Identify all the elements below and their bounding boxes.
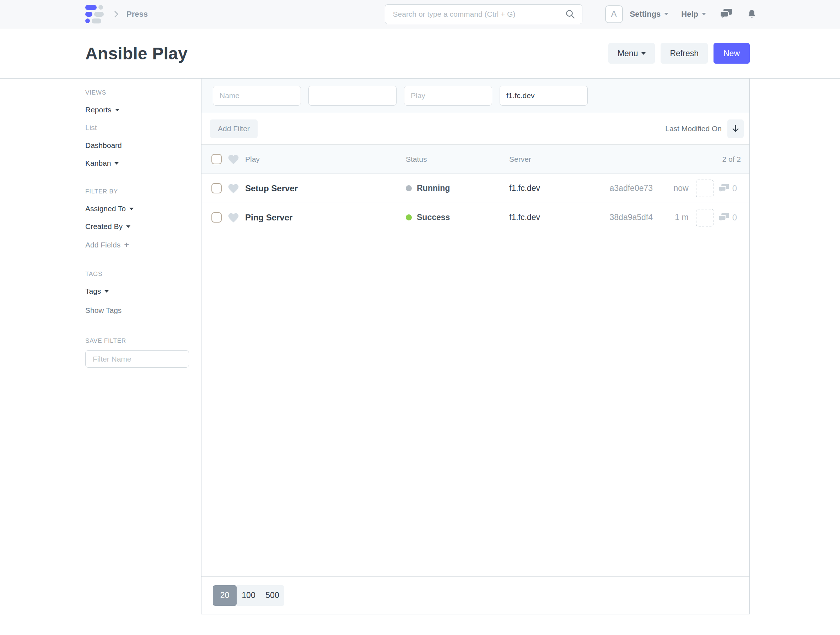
heart-icon[interactable] xyxy=(227,183,240,194)
page-title: Ansible Play xyxy=(85,44,188,63)
result-count: 2 of 2 xyxy=(722,155,741,163)
page-size-100[interactable]: 100 xyxy=(237,585,261,606)
sidebar-item-kanban[interactable]: Kanban xyxy=(85,159,186,168)
sidebar-item-assigned-to[interactable]: Assigned To xyxy=(85,204,186,213)
filter-input-play[interactable] xyxy=(404,86,492,106)
page-size-group: 20 100 500 xyxy=(213,585,284,606)
row-status: Running xyxy=(406,184,509,193)
chevron-down-icon xyxy=(641,52,646,55)
plus-icon: + xyxy=(124,240,129,250)
list-header-row: Play Status Server 2 of 2 xyxy=(202,145,749,174)
filter-name-input[interactable] xyxy=(85,350,189,367)
sort-controls: Last Modified On xyxy=(665,119,744,138)
sidebar-item-dashboard[interactable]: Dashboard xyxy=(85,141,186,150)
sidebar-item-add-fields[interactable]: Add Fields + xyxy=(85,240,186,250)
sidebar-item-reports[interactable]: Reports xyxy=(85,106,186,114)
assigned-to-label: Assigned To xyxy=(85,204,126,213)
list-empty-area xyxy=(202,232,749,576)
sidebar-item-list[interactable]: List xyxy=(85,124,186,132)
add-filter-button[interactable]: Add Filter xyxy=(210,119,257,138)
global-search[interactable] xyxy=(385,4,583,24)
assign-placeholder[interactable] xyxy=(696,209,714,226)
avatar[interactable]: A xyxy=(605,5,623,23)
list-label: List xyxy=(85,124,97,132)
chevron-down-icon xyxy=(126,225,130,228)
refresh-button[interactable]: Refresh xyxy=(660,43,708,63)
status-dot-icon xyxy=(406,214,412,220)
chevron-down-icon xyxy=(129,207,134,210)
status-label: Success xyxy=(417,212,450,222)
assign-placeholder[interactable] xyxy=(696,179,714,197)
chevron-down-icon xyxy=(115,109,119,111)
comment-count[interactable]: 0 xyxy=(718,184,741,193)
row-title[interactable]: Ping Server xyxy=(245,212,406,223)
show-tags-label: Show Tags xyxy=(85,306,122,315)
dashboard-label: Dashboard xyxy=(85,141,122,150)
status-dot-icon xyxy=(406,185,412,191)
row-modified-time: now xyxy=(669,184,688,193)
list-sidebar: VIEWS Reports List Dashboard Kanban FILT… xyxy=(85,79,186,371)
filter-input-name[interactable] xyxy=(213,86,301,106)
settings-label: Settings xyxy=(630,10,661,19)
select-all-checkbox[interactable] xyxy=(212,154,222,164)
chat-bubbles-icon[interactable] xyxy=(720,9,732,19)
filter-input-server[interactable] xyxy=(500,86,588,106)
chevron-down-icon xyxy=(664,13,668,15)
tags-label: Tags xyxy=(85,287,101,295)
kanban-label: Kanban xyxy=(85,159,111,168)
page-actions: Menu Refresh New xyxy=(608,43,750,63)
menu-button[interactable]: Menu xyxy=(608,43,655,63)
heart-icon[interactable] xyxy=(227,212,240,223)
column-header-server: Server xyxy=(509,155,606,163)
comment-bubbles-icon xyxy=(718,213,729,222)
chevron-right-icon xyxy=(112,10,121,19)
comment-count[interactable]: 0 xyxy=(718,212,741,223)
row-checkbox[interactable] xyxy=(212,212,222,223)
bell-icon[interactable] xyxy=(747,8,757,19)
avatar-letter: A xyxy=(611,9,617,19)
comment-number: 0 xyxy=(732,212,737,223)
row-server: f1.fc.dev xyxy=(509,212,606,222)
views-section-label: VIEWS xyxy=(85,89,186,97)
row-checkbox[interactable] xyxy=(212,183,222,193)
row-title-text: Setup Server xyxy=(245,184,298,193)
column-header-play: Play xyxy=(245,155,406,163)
page-size-500[interactable]: 500 xyxy=(261,585,284,606)
search-icon xyxy=(565,9,576,19)
breadcrumb[interactable]: Press xyxy=(126,10,148,19)
new-label: New xyxy=(723,49,740,58)
sidebar-item-created-by[interactable]: Created By xyxy=(85,222,186,231)
pagination: 20 100 500 xyxy=(202,576,749,614)
help-label: Help xyxy=(681,10,698,19)
table-row[interactable]: Setup Server Running f1.fc.dev a3adfe0e7… xyxy=(202,174,749,203)
search-input[interactable] xyxy=(393,10,565,19)
navbar-right: A Settings Help xyxy=(605,5,757,23)
sort-field-selector[interactable]: Last Modified On xyxy=(665,124,722,133)
row-title-text: Ping Server xyxy=(245,212,292,222)
page-head: Ansible Play Menu Refresh New xyxy=(0,29,840,79)
add-fields-label: Add Fields xyxy=(85,241,120,249)
row-id: a3adfe0e73 xyxy=(606,184,653,193)
app-screen: Press A Settings Help xyxy=(0,0,840,635)
menu-label: Menu xyxy=(617,49,638,58)
add-filter-label: Add Filter xyxy=(218,124,250,133)
sort-direction-button[interactable] xyxy=(727,119,744,138)
status-label: Running xyxy=(417,184,450,193)
list-toolbar: Add Filter Last Modified On xyxy=(202,113,749,145)
sidebar-item-show-tags[interactable]: Show Tags xyxy=(85,306,186,315)
row-title[interactable]: Setup Server xyxy=(245,184,406,193)
filter-input-blank[interactable] xyxy=(308,86,396,106)
chevron-down-icon xyxy=(114,162,119,165)
table-row[interactable]: Ping Server Success f1.fc.dev 38da9a5df4… xyxy=(202,203,749,232)
filter-by-section-label: FILTER BY xyxy=(85,188,186,195)
help-menu[interactable]: Help xyxy=(681,10,706,19)
comment-number: 0 xyxy=(732,184,737,193)
new-button[interactable]: New xyxy=(714,43,750,63)
page-size-20[interactable]: 20 xyxy=(213,585,237,606)
chevron-down-icon xyxy=(104,290,109,293)
sidebar-item-tags[interactable]: Tags xyxy=(85,287,186,295)
app-logo-icon[interactable] xyxy=(85,5,104,24)
refresh-label: Refresh xyxy=(670,49,699,58)
settings-menu[interactable]: Settings xyxy=(630,10,669,19)
filter-inputs-row xyxy=(202,79,749,113)
